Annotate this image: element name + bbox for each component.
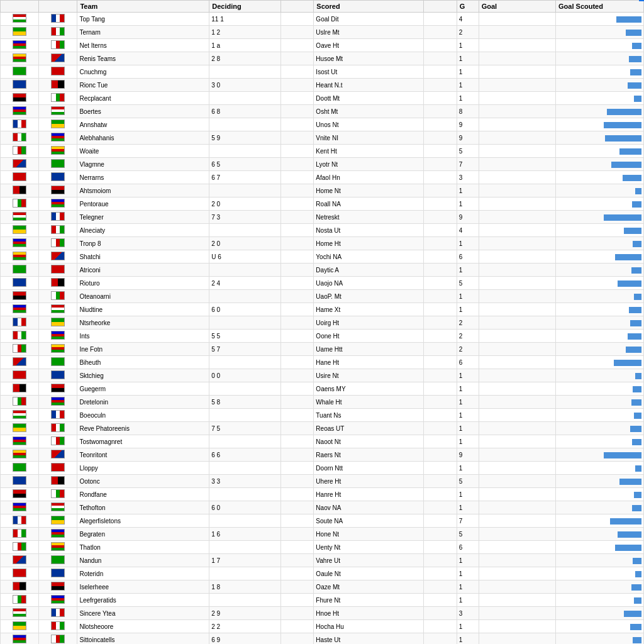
goalscouted-cell	[556, 567, 644, 580]
deciding-value: U 6	[209, 250, 281, 264]
g-value: 1	[457, 237, 479, 250]
deciding-value: 3 0	[209, 79, 281, 92]
g-value: 2	[457, 343, 479, 356]
flag1-icon	[13, 357, 26, 366]
flag2-icon	[51, 582, 65, 591]
table-row: Top Tang 11 1 Goal Dit 4	[1, 13, 644, 26]
scored-value: Usire Nt	[314, 369, 424, 382]
score-bar	[604, 122, 641, 128]
team-name: Sittoincatells	[77, 633, 209, 645]
flag1-cell	[1, 633, 39, 645]
score-bar	[631, 584, 641, 591]
deciding-value: 6 0	[209, 303, 281, 316]
g-value: 1	[457, 462, 479, 475]
deciding-value: 1 2	[209, 26, 281, 39]
scored-value: Unos Nt	[314, 118, 424, 131]
table-row: Net Iterns 1 a Oave Ht 1	[1, 39, 644, 52]
goalscouted-cell	[556, 541, 644, 554]
gap-cell	[280, 13, 313, 26]
flag2-cell	[39, 462, 77, 475]
g-value: 1	[457, 620, 479, 633]
scored-value: Fhure Nt	[314, 594, 424, 607]
table-row: Woaite Kent Ht 5	[1, 145, 644, 158]
goalscouted-cell	[556, 343, 644, 356]
scored-value: Vnite NI	[314, 131, 424, 145]
flag1-cell	[1, 79, 39, 92]
gap2-cell	[424, 303, 457, 316]
score-bar	[633, 558, 641, 564]
goalscouted-cell	[556, 633, 644, 645]
g-value: 5	[457, 528, 479, 541]
g-value: 1	[457, 382, 479, 396]
goalscouted-cell	[556, 316, 644, 330]
flag2-icon	[51, 146, 65, 155]
flag1-cell	[1, 580, 39, 594]
team-name: Rionc Tue	[77, 79, 209, 92]
flag1-cell	[1, 158, 39, 171]
table-row: Recplacant Doott Mt 1	[1, 92, 644, 105]
scored-value: Afaol Hn	[314, 171, 424, 184]
score-bar	[634, 492, 641, 498]
scored-value: Osht Mt	[314, 105, 424, 118]
flag2-icon	[51, 621, 65, 630]
flag2-icon	[51, 199, 65, 208]
flag2-icon	[51, 14, 65, 23]
g-value: 5	[457, 145, 479, 158]
table-row: Nerrarns 6 7 Afaol Hn 3	[1, 171, 644, 184]
goal-cell	[479, 277, 555, 290]
goalscouted-cell	[556, 264, 644, 277]
flag1-icon	[13, 304, 26, 313]
table-row: Shatchi U 6 Yochi NA 6	[1, 250, 644, 264]
flag1-icon	[13, 516, 26, 525]
score-bar	[634, 597, 641, 604]
table-row: Roteridn Oaule Nt 1	[1, 567, 644, 580]
g-value: 1	[457, 594, 479, 607]
goal-cell	[479, 211, 555, 224]
flag2-icon	[51, 80, 65, 89]
g-value: 1	[457, 197, 479, 211]
team-name: Net Iterns	[77, 39, 209, 52]
flag1-cell	[1, 145, 39, 158]
table-row: Alneciaty Nosta Ut 4	[1, 224, 644, 237]
goalscouted-cell	[556, 39, 644, 52]
gap2-cell	[424, 290, 457, 303]
gap2-cell	[424, 316, 457, 330]
flag1-cell	[1, 131, 39, 145]
deciding-value	[209, 514, 281, 528]
score-bar	[624, 228, 641, 234]
gap-cell	[280, 422, 313, 435]
score-bar	[630, 320, 641, 326]
flag1-cell	[1, 369, 39, 382]
flag1-cell	[1, 65, 39, 79]
flag1-icon	[13, 186, 26, 194]
gap-cell	[280, 250, 313, 264]
table-row: Iselerheee 1 8 Oaze Mt 1	[1, 580, 644, 594]
team-name: Rondfane	[77, 488, 209, 501]
goal-cell	[479, 369, 555, 382]
gap-cell	[280, 475, 313, 488]
scored-value: Kent Ht	[314, 145, 424, 158]
goalscouted-cell	[556, 594, 644, 607]
flag2-cell	[39, 171, 77, 184]
score-bar	[604, 214, 641, 221]
gap-cell	[280, 528, 313, 541]
score-bar	[632, 439, 641, 445]
gap2-cell	[424, 422, 457, 435]
flag1-cell	[1, 277, 39, 290]
team-name: Biheuth	[77, 356, 209, 369]
goal-cell	[479, 250, 555, 264]
gap-cell	[280, 607, 313, 620]
scored-value: UaoP. Mt	[314, 290, 424, 303]
flag2-cell	[39, 422, 77, 435]
flag2-icon	[51, 291, 65, 300]
gap2-cell	[424, 462, 457, 475]
flag2-icon	[51, 595, 65, 604]
flag1-icon	[13, 410, 26, 419]
flag2-cell	[39, 277, 77, 290]
gap-cell	[280, 131, 313, 145]
goal-cell	[479, 435, 555, 448]
flag2-cell	[39, 514, 77, 528]
goalscouted-cell	[556, 382, 644, 396]
flag2-cell	[39, 118, 77, 131]
flag1-icon	[13, 569, 26, 577]
